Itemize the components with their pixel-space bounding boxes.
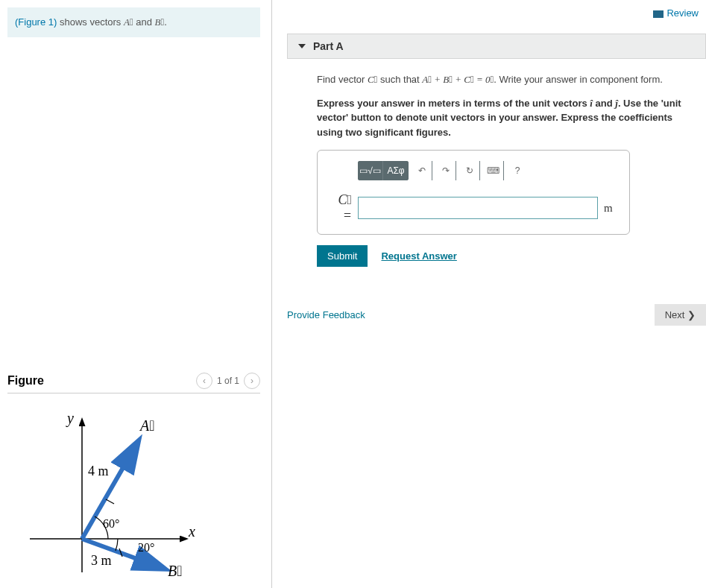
left-panel: (Figure 1) shows vectors A⃗ and B⃗. Figu…	[0, 0, 272, 588]
figure-title: Figure	[7, 374, 44, 388]
svg-text:y: y	[66, 410, 74, 427]
svg-text:A⃗: A⃗	[139, 417, 155, 434]
keyboard-button[interactable]: ⌨	[483, 161, 504, 180]
figure-ref-link[interactable]: (Figure 1)	[15, 16, 57, 28]
next-button[interactable]: Next ❯	[655, 304, 706, 326]
figure-page-indicator: 1 of 1	[217, 376, 239, 386]
undo-button[interactable]: ↶	[412, 161, 432, 180]
review-link[interactable]: Review	[287, 7, 706, 19]
request-answer-link[interactable]: Request Answer	[381, 250, 456, 262]
intro-text-3: .	[164, 16, 167, 28]
svg-text:20°: 20°	[138, 541, 154, 554]
intro-text-1: shows vectors	[57, 16, 124, 28]
submit-button[interactable]: Submit	[317, 245, 368, 267]
greek-button[interactable]: ΑΣφ	[383, 161, 409, 180]
svg-line-4	[106, 499, 114, 504]
problem-statement: (Figure 1) shows vectors A⃗ and B⃗.	[7, 7, 260, 37]
redo-button[interactable]: ↷	[435, 161, 456, 180]
svg-text:4 m: 4 m	[88, 464, 109, 478]
svg-text:3 m: 3 m	[91, 553, 112, 568]
help-button[interactable]: ?	[507, 161, 528, 180]
question-prompt: Find vector C⃗ such that A⃗ + B⃗ + C⃗ = …	[317, 72, 691, 87]
figure-next-button[interactable]: ›	[244, 373, 260, 389]
vector-a-symbol: A⃗	[124, 16, 133, 28]
part-a-label: Part A	[313, 40, 344, 52]
unit-label: m	[604, 202, 619, 215]
collapse-icon	[298, 44, 306, 48]
intro-text-2: and	[133, 16, 155, 28]
equation-toolbar: ▭√▭ ΑΣφ ↶ ↷ ↻ ⌨ ?	[358, 161, 619, 180]
svg-text:x: x	[188, 523, 195, 540]
figure-prev-button[interactable]: ‹	[196, 373, 212, 389]
svg-text:60°: 60°	[103, 517, 119, 530]
figure-pager: ‹ 1 of 1 ›	[196, 373, 260, 389]
template-button[interactable]: ▭√▭	[358, 161, 383, 180]
part-a-body: Find vector C⃗ such that A⃗ + B⃗ + C⃗ = …	[287, 59, 706, 274]
part-a-header[interactable]: Part A	[287, 34, 706, 59]
figure-diagram: y x A⃗ B⃗ 4 m 3 m 60° 20°	[22, 408, 216, 580]
svg-text:B⃗: B⃗	[168, 563, 183, 579]
answer-input[interactable]	[358, 197, 598, 219]
provide-feedback-link[interactable]: Provide Feedback	[287, 309, 365, 320]
figure-section: Figure ‹ 1 of 1 ›	[7, 373, 260, 580]
c-equals-label: C⃗ =	[328, 192, 352, 224]
right-panel: Review Part A Find vector C⃗ such that A…	[272, 0, 706, 588]
reset-button[interactable]: ↻	[459, 161, 480, 180]
vector-b-symbol: B⃗	[155, 16, 165, 28]
answer-instructions: Express your answer in meters in terms o…	[317, 96, 691, 140]
answer-box: ▭√▭ ΑΣφ ↶ ↷ ↻ ⌨ ? C⃗ = m	[317, 150, 630, 235]
